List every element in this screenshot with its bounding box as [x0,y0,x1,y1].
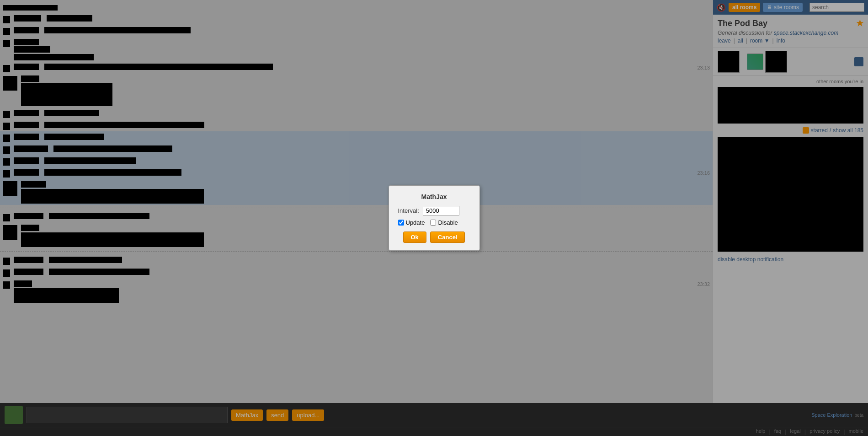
modal-interval-label: Interval: [398,207,419,214]
modal-update-label: Update [406,219,425,226]
modal-overlay: MathJax Interval: Update Disable Ok Canc… [0,0,868,436]
modal-cancel-button[interactable]: Cancel [430,231,465,243]
modal-update-checkbox[interactable] [398,220,404,226]
modal-buttons: Ok Cancel [398,231,470,243]
modal-interval-row: Interval: [398,206,470,215]
modal-ok-button[interactable]: Ok [403,231,426,243]
modal-disable-checkbox[interactable] [430,220,436,226]
modal-disable-checkbox-label[interactable]: Disable [430,219,458,226]
modal-title: MathJax [398,193,470,200]
modal-update-checkbox-label[interactable]: Update [398,219,425,226]
modal-checkboxes: Update Disable [398,219,470,226]
modal-disable-label: Disable [438,219,458,226]
modal-box: MathJax Interval: Update Disable Ok Canc… [389,185,480,251]
modal-interval-input[interactable] [423,206,459,215]
